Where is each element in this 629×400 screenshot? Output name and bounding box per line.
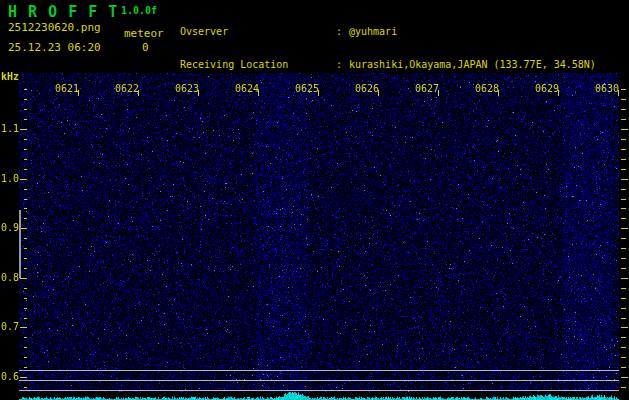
info-separator: : (336, 26, 349, 37)
reference-line (19, 390, 619, 391)
y-axis-tick (24, 189, 27, 190)
y-axis-tick (24, 248, 27, 249)
y-axis-tick-right (621, 318, 626, 319)
x-tick-label: 0622 (115, 83, 139, 94)
y-axis-tick-right (621, 238, 626, 239)
x-axis-tick (78, 90, 79, 96)
y-axis-tick-right (621, 208, 626, 209)
x-tick-label: 0625 (295, 83, 319, 94)
reference-line (19, 380, 619, 381)
y-axis-tick (24, 89, 27, 90)
y-axis-tick (20, 278, 27, 279)
info-row-location: Receiving Location:kurashiki,Okayama,JAP… (180, 59, 596, 70)
info-value: kurashiki,Okayama,JAPAN (133.77E, 34.58N… (349, 59, 596, 70)
y-axis-tick-right (621, 347, 626, 348)
y-axis-tick-right (621, 367, 626, 368)
y-axis-tick (24, 357, 27, 358)
y-axis-tick-right (621, 129, 628, 130)
y-axis-tick-right (621, 258, 626, 259)
y-tick-label: 0.6 (0, 371, 19, 382)
x-axis-tick (318, 90, 319, 96)
info-label: Receiving Location (180, 59, 336, 70)
y-axis-tick (24, 159, 27, 160)
info-separator: : (336, 59, 349, 70)
y-axis-tick (24, 109, 27, 110)
y-axis-tick (20, 129, 27, 130)
x-axis-tick (378, 90, 379, 96)
y-axis-tick-right (621, 149, 626, 150)
y-axis-tick-right (621, 278, 628, 279)
y-axis-tick-right (621, 169, 626, 170)
y-axis-tick-right (621, 179, 628, 180)
y-axis-tick-right (621, 139, 626, 140)
y-axis-tick-right (621, 189, 626, 190)
x-tick-label: 0623 (175, 83, 199, 94)
y-tick-label: 1.1 (0, 123, 19, 134)
y-axis-tick (20, 228, 27, 229)
y-axis-tick (24, 199, 27, 200)
y-axis-tick-right (621, 218, 626, 219)
meteor-count-value: 0 (142, 41, 149, 54)
y-axis-tick (24, 347, 27, 348)
observation-timestamp: 25.12.23 06:20 (8, 41, 101, 54)
y-axis-tick-right (621, 109, 626, 110)
y-axis-tick (24, 238, 27, 239)
y-axis-tick (24, 99, 27, 100)
x-tick-label: 0624 (235, 83, 259, 94)
y-axis-tick-right (621, 248, 626, 249)
x-tick-label: 0630 (595, 83, 619, 94)
y-axis-tick-right (621, 377, 628, 378)
y-axis-tick (24, 208, 27, 209)
y-axis-tick (24, 218, 27, 219)
x-axis-tick (258, 90, 259, 96)
x-axis-tick (138, 90, 139, 96)
y-axis-tick-right (621, 228, 628, 229)
y-axis-tick-right (621, 387, 626, 388)
y-axis-tick (24, 149, 27, 150)
y-axis-tick-right (621, 298, 626, 299)
y-axis-tick (24, 298, 27, 299)
y-axis-tick (24, 318, 27, 319)
x-tick-label: 0621 (55, 83, 79, 94)
spectrogram-canvas (19, 73, 619, 400)
app-title: H R O F F T (8, 3, 118, 21)
y-axis-tick (20, 327, 27, 328)
y-axis-tick (24, 169, 27, 170)
info-label: Ovserver (180, 26, 336, 37)
y-axis-unit: kHz (1, 71, 19, 82)
y-axis-tick (24, 139, 27, 140)
y-axis-tick (24, 308, 27, 309)
y-axis-tick-right (621, 268, 626, 269)
scale-bar (19, 210, 21, 278)
y-axis-tick (24, 288, 27, 289)
x-axis-tick (558, 90, 559, 96)
y-axis-tick (24, 387, 27, 388)
y-axis-tick-right (621, 89, 626, 90)
y-axis-tick (24, 337, 27, 338)
y-axis-tick-right (621, 357, 626, 358)
x-tick-label: 0627 (415, 83, 439, 94)
app-version: 1.0.0f (121, 5, 157, 16)
y-axis-tick (24, 258, 27, 259)
output-filename: 2512230620.png (8, 21, 101, 34)
info-value: @yuhmari (349, 26, 397, 37)
info-row-observer: Ovserver:@yuhmari (180, 26, 596, 37)
y-axis-tick-right (621, 327, 628, 328)
y-tick-label: 0.8 (0, 272, 19, 283)
y-axis-tick (20, 377, 27, 378)
y-axis-tick (24, 367, 27, 368)
y-axis-tick (24, 268, 27, 269)
y-axis-tick-right (621, 159, 626, 160)
y-axis-tick-right (621, 199, 626, 200)
y-tick-label: 0.7 (0, 321, 19, 332)
y-axis-tick-right (621, 288, 626, 289)
x-axis-tick (498, 90, 499, 96)
x-axis-tick (438, 90, 439, 96)
y-axis-tick-right (621, 308, 626, 309)
meteor-count-label: meteor (124, 27, 164, 40)
y-axis-tick-right (621, 119, 626, 120)
y-axis-tick (24, 119, 27, 120)
x-axis-tick (198, 90, 199, 96)
x-tick-label: 0626 (355, 83, 379, 94)
y-axis-tick-right (621, 337, 626, 338)
